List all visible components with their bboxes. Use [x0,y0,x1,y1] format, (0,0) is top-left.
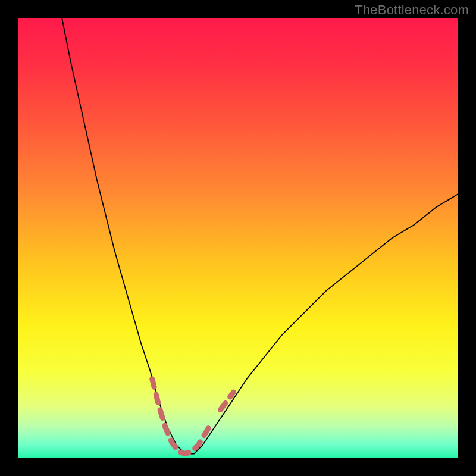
chart-frame: TheBottleneck.com [0,0,476,476]
plot-area [18,18,458,458]
chart-svg [18,18,458,458]
watermark-text: TheBottleneck.com [355,2,469,18]
